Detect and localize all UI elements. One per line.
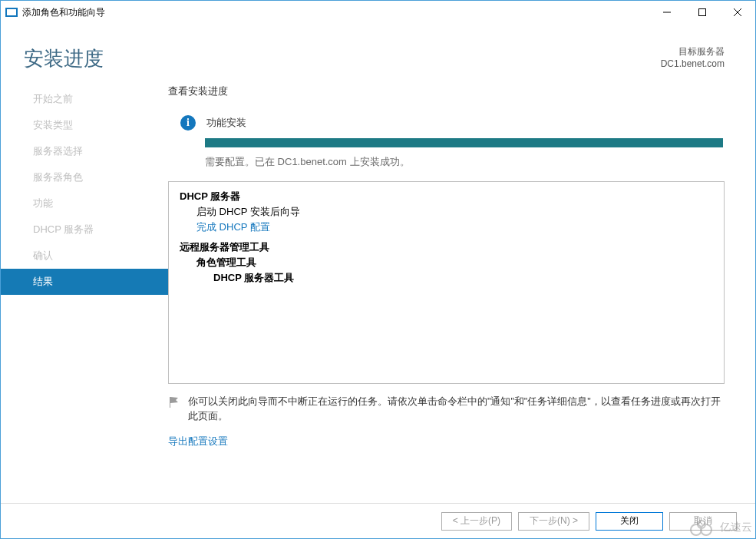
maximize-button[interactable] [685, 1, 720, 24]
back-button: < 上一步(P) [441, 512, 512, 531]
close-button[interactable] [720, 1, 755, 24]
svg-rect-1 [7, 9, 16, 15]
sidebar-item-server-roles: 服务器角色 [1, 164, 168, 190]
header: 安装进度 目标服务器 DC1.benet.com [1, 24, 755, 81]
footer: < 上一步(P) 下一步(N) > 关闭 取消 [1, 503, 755, 538]
flag-icon [168, 396, 180, 408]
result-rsat: 远程服务器管理工具 [180, 240, 713, 254]
info-row: i 功能安装 [180, 115, 725, 131]
app-icon [5, 6, 18, 18]
content-title: 查看安装进度 [168, 84, 725, 98]
main: 开始之前 安装类型 服务器选择 服务器角色 功能 DHCP 服务器 确认 结果 … [1, 81, 755, 448]
sidebar-item-label: 确认 [33, 250, 53, 261]
progress-bar [205, 138, 723, 147]
close-wizard-button[interactable]: 关闭 [596, 512, 663, 531]
sidebar: 开始之前 安装类型 服务器选择 服务器角色 功能 DHCP 服务器 确认 结果 [1, 81, 168, 448]
sidebar-item-label: 安装类型 [33, 119, 73, 131]
sidebar-item-confirm: 确认 [1, 243, 168, 269]
cancel-button: 取消 [669, 512, 737, 531]
window-controls [649, 1, 755, 24]
sidebar-item-before-begin: 开始之前 [1, 86, 168, 112]
result-role-tools: 角色管理工具 [180, 256, 713, 270]
page-title: 安装进度 [24, 45, 104, 72]
info-text: 功能安装 [206, 116, 246, 130]
sidebar-item-dhcp: DHCP 服务器 [1, 217, 168, 243]
tip-text: 你可以关闭此向导而不中断正在运行的任务。请依次单击命令栏中的"通知"和"任务详细… [188, 395, 725, 424]
target-label: 目标服务器 [661, 45, 725, 58]
sidebar-item-label: 服务器角色 [33, 171, 83, 183]
content: 查看安装进度 i 功能安装 需要配置。已在 DC1.benet.com 上安装成… [168, 81, 725, 448]
result-dhcp-tools: DHCP 服务器工具 [180, 271, 713, 285]
result-dhcp-start: 启动 DHCP 安装后向导 [180, 205, 713, 219]
results-box: DHCP 服务器 启动 DHCP 安装后向导 完成 DHCP 配置 远程服务器管… [168, 181, 725, 384]
complete-dhcp-link[interactable]: 完成 DHCP 配置 [180, 220, 713, 234]
sidebar-item-label: 功能 [33, 197, 53, 209]
sidebar-item-features: 功能 [1, 190, 168, 217]
target-server-box: 目标服务器 DC1.benet.com [661, 45, 725, 69]
tip-row: 你可以关闭此向导而不中断正在运行的任务。请依次单击命令栏中的"通知"和"任务详细… [168, 395, 725, 424]
minimize-button[interactable] [649, 1, 685, 24]
sidebar-item-label: 服务器选择 [33, 145, 83, 157]
sidebar-item-label: DHCP 服务器 [33, 223, 94, 235]
result-dhcp-server: DHCP 服务器 [180, 190, 713, 203]
info-icon: i [180, 115, 196, 131]
export-settings-link[interactable]: 导出配置设置 [168, 435, 725, 448]
sidebar-item-label: 结果 [33, 276, 53, 287]
sidebar-item-label: 开始之前 [33, 93, 73, 104]
svg-rect-3 [699, 9, 706, 16]
sidebar-item-install-type: 安装类型 [1, 112, 168, 138]
titlebar: 添加角色和功能向导 [1, 1, 755, 24]
target-server: DC1.benet.com [661, 58, 725, 69]
sidebar-item-server-select: 服务器选择 [1, 138, 168, 164]
sidebar-item-results: 结果 [1, 269, 168, 295]
progress-message: 需要配置。已在 DC1.benet.com 上安装成功。 [205, 155, 725, 169]
next-button: 下一步(N) > [518, 512, 589, 531]
window-title: 添加角色和功能向导 [22, 6, 105, 19]
